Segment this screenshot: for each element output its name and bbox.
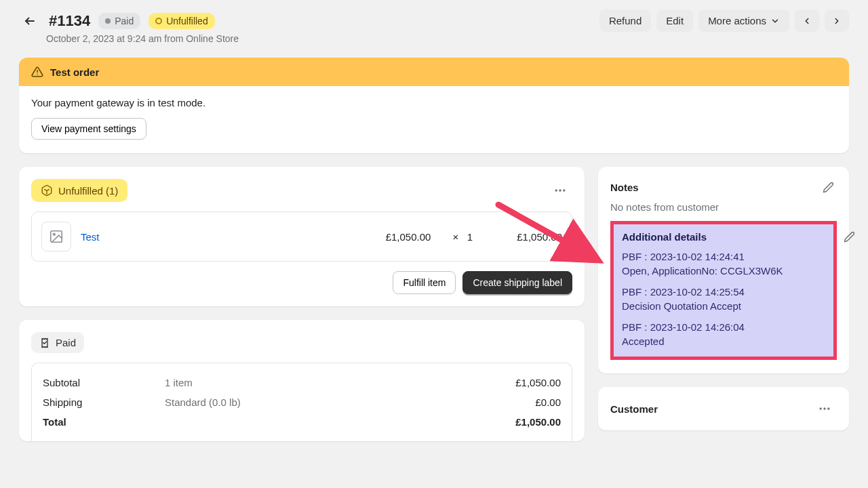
- svg-point-8: [53, 233, 55, 235]
- line-item: Test £1,050.00 × 1 £1,050.00: [31, 211, 572, 262]
- notes-card: Notes No notes from customer Additional …: [598, 167, 849, 373]
- product-name-link[interactable]: Test: [81, 231, 347, 243]
- dots-icon: [818, 402, 831, 415]
- next-order-button[interactable]: [825, 9, 849, 32]
- customer-more-button[interactable]: [812, 399, 837, 418]
- prev-order-button[interactable]: [795, 9, 819, 32]
- unfulfilled-card-badge: Unfulfilled (1): [31, 179, 127, 202]
- back-button[interactable]: [19, 10, 41, 32]
- qty: × 1: [452, 231, 473, 243]
- banner-title: Test order: [50, 66, 99, 78]
- order-title: #1134: [49, 12, 90, 30]
- create-shipping-label-button[interactable]: Create shipping label: [462, 271, 572, 294]
- totals-table: Subtotal 1 item £1,050.00 Shipping Stand…: [31, 363, 572, 441]
- fulfill-item-button[interactable]: Fulfill item: [393, 271, 456, 294]
- customer-card: Customer: [598, 387, 849, 430]
- ring-icon: [155, 18, 162, 24]
- line-total: £1,050.00: [494, 231, 562, 243]
- box-icon: [41, 184, 53, 197]
- subtotal-row: Subtotal 1 item £1,050.00: [43, 373, 561, 392]
- chevron-left-icon: [802, 16, 812, 26]
- shipping-row: Shipping Standard (0.0 lb) £0.00: [43, 392, 561, 412]
- unit-price: £1,050.00: [356, 231, 431, 243]
- dots-icon: [553, 184, 567, 197]
- fulfillment-more-button[interactable]: [548, 181, 572, 200]
- detail-entry: PBF : 2023-10-02 14:25:54 Decision Quota…: [622, 285, 825, 313]
- svg-point-4: [555, 189, 557, 191]
- svg-point-5: [559, 189, 561, 191]
- edit-notes-button[interactable]: [820, 179, 837, 196]
- paid-status-badge: Paid: [98, 13, 140, 29]
- banner-body-text: Your payment gateway is in test mode.: [31, 97, 837, 108]
- receipt-icon: [39, 338, 50, 348]
- product-thumbnail: [41, 222, 71, 251]
- total-row: Total £1,050.00: [43, 412, 561, 432]
- detail-entry: PBF : 2023-10-02 14:24:41 Open, Applicat…: [622, 249, 825, 278]
- image-icon: [49, 229, 64, 244]
- chevron-right-icon: [832, 16, 842, 26]
- refund-button[interactable]: Refund: [599, 9, 651, 32]
- fulfillment-card: Unfulfilled (1) Test £1,050.00 × 1: [19, 167, 585, 306]
- edit-additional-details-button[interactable]: [844, 231, 855, 243]
- test-order-banner: Test order Your payment gateway is in te…: [19, 58, 849, 153]
- svg-point-6: [563, 189, 565, 191]
- notes-empty-text: No notes from customer: [610, 201, 837, 213]
- dot-icon: [105, 18, 111, 24]
- svg-point-11: [827, 407, 829, 409]
- edit-button[interactable]: Edit: [656, 9, 693, 32]
- notes-title: Notes: [610, 182, 639, 193]
- order-subheader: October 2, 2023 at 9:24 am from Online S…: [46, 33, 849, 44]
- additional-details-box: Additional details PBF : 2023-10-02 14:2…: [610, 221, 837, 360]
- pencil-icon: [844, 231, 855, 243]
- additional-details-title: Additional details: [622, 231, 825, 243]
- customer-title: Customer: [610, 403, 658, 415]
- view-payment-settings-button[interactable]: View payment settings: [31, 118, 146, 140]
- unfulfilled-status-badge: Unfulfilled: [149, 13, 214, 29]
- chevron-down-icon: [770, 16, 780, 26]
- payment-card: Paid Subtotal 1 item £1,050.00 Shipping …: [19, 320, 585, 441]
- more-actions-button[interactable]: More actions: [698, 9, 789, 32]
- warning-icon: [31, 66, 43, 78]
- paid-card-badge: Paid: [31, 332, 84, 353]
- svg-point-9: [820, 407, 822, 409]
- detail-entry: PBF : 2023-10-02 14:26:04 Accepted: [622, 320, 825, 348]
- pencil-icon: [823, 182, 834, 193]
- svg-point-10: [823, 407, 825, 409]
